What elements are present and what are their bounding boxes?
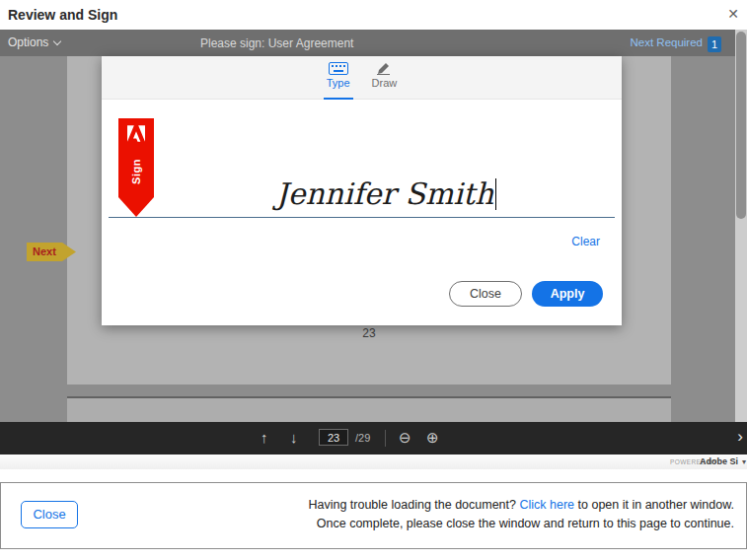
- scrollbar-thumb[interactable]: [736, 32, 746, 219]
- chevron-down-icon: [53, 37, 61, 45]
- keyboard-icon: [329, 62, 348, 75]
- help-text: Having trouble loading the document? Cli…: [308, 496, 734, 533]
- zoom-in-button[interactable]: ⊕: [426, 429, 439, 447]
- next-required-count-badge: 1: [708, 36, 721, 52]
- toolbar-divider: [385, 430, 386, 447]
- apply-button[interactable]: Apply: [532, 281, 603, 307]
- sign-ribbon-label: Sign: [130, 154, 142, 189]
- signature-text: Jennifer Smith: [161, 176, 612, 211]
- pdf-toolbar: ↑ ↓ /29 ⊖ ⊕ ›: [0, 422, 747, 455]
- sign-toolbar: Options Please sign: User Agreement Next…: [0, 30, 747, 56]
- help-text-line1: Having trouble loading the document? Cli…: [308, 496, 734, 515]
- pen-icon: [375, 62, 393, 75]
- window-header: Review and Sign ✕: [0, 0, 747, 30]
- zoom-out-button[interactable]: ⊖: [399, 429, 411, 447]
- page-up-button[interactable]: ↑: [261, 429, 268, 446]
- next-required-label: Next Required: [630, 36, 703, 48]
- signature-input-area[interactable]: Jennifer Smith: [161, 155, 612, 271]
- scrollbar-track[interactable]: [735, 30, 747, 422]
- page-down-button[interactable]: ↓: [290, 429, 298, 446]
- tab-type[interactable]: Type: [324, 62, 353, 100]
- toolbar-collapse-button[interactable]: ›: [737, 427, 743, 447]
- tab-draw[interactable]: Draw: [369, 62, 401, 100]
- next-required-indicator[interactable]: Next Required1: [630, 35, 721, 52]
- help-text-line2: Once complete, please close the window a…: [308, 515, 734, 533]
- footer-panel: Close Having trouble loading the documen…: [0, 482, 747, 549]
- dialog-close-button[interactable]: Close: [449, 281, 522, 307]
- clear-button[interactable]: Clear: [571, 235, 600, 248]
- adobe-logo-icon: [127, 125, 145, 142]
- options-dropdown[interactable]: Options: [8, 35, 60, 49]
- page-number-label: 23: [339, 326, 399, 340]
- page-number-input[interactable]: [319, 429, 348, 446]
- tab-type-label: Type: [327, 77, 350, 89]
- signature-baseline: [109, 217, 615, 218]
- scroll-corner-icon: ▾: [742, 457, 746, 466]
- close-icon[interactable]: ✕: [727, 5, 739, 23]
- review-and-sign-window: Review and Sign ✕ Options Please sign: U…: [0, 0, 747, 560]
- options-label: Options: [8, 35, 48, 49]
- text-cursor: [495, 178, 496, 210]
- brand-strip: POWERED BY Adobe Si ▾: [0, 455, 747, 469]
- footer-close-button[interactable]: Close: [21, 501, 78, 528]
- sign-ribbon: Sign: [118, 118, 154, 217]
- signature-dialog: Type Draw Sign Jennifer Smith Clear C: [102, 56, 622, 325]
- sign-prompt-text: Please sign: User Agreement: [200, 36, 353, 50]
- tab-draw-label: Draw: [372, 77, 398, 89]
- signature-tabs: Type Draw: [102, 56, 622, 100]
- brand-name: Adobe Si: [700, 456, 738, 466]
- window-title: Review and Sign: [8, 7, 117, 23]
- page-total-label: /29: [355, 432, 370, 444]
- document-page-next: [67, 396, 671, 422]
- help-prefix: Having trouble loading the document?: [308, 498, 516, 512]
- help-link[interactable]: Click here: [519, 498, 574, 512]
- help-suffix: to open it in another window.: [578, 498, 734, 512]
